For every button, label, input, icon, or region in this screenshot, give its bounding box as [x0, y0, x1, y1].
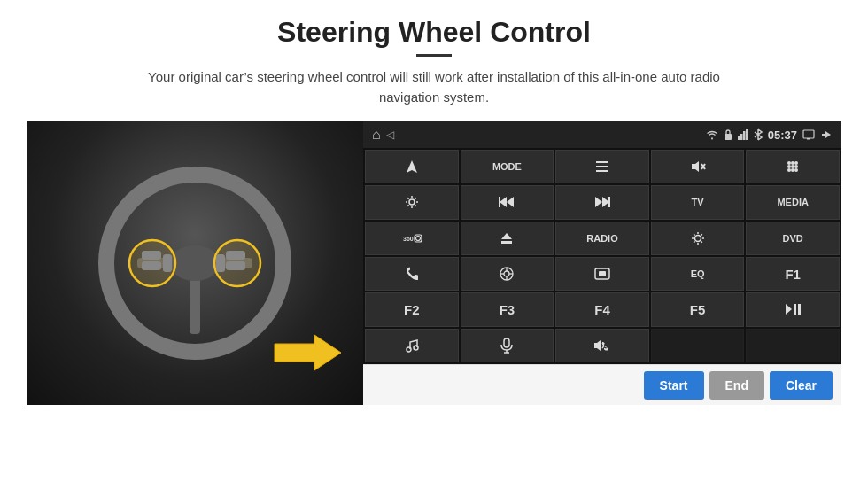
- svg-point-57: [504, 271, 509, 276]
- content-row: ⌂ ◁: [27, 121, 841, 405]
- svg-marker-39: [595, 197, 602, 207]
- title-divider: [416, 54, 452, 57]
- svg-point-29: [787, 165, 791, 168]
- btn-music[interactable]: [365, 329, 459, 362]
- svg-rect-9: [163, 254, 172, 272]
- btn-media[interactable]: MEDIA: [746, 185, 840, 219]
- btn-f2[interactable]: F2: [365, 292, 459, 326]
- clear-button[interactable]: Clear: [770, 371, 833, 400]
- action-bar: Start End Clear: [363, 364, 841, 405]
- btn-360cam[interactable]: 360: [365, 222, 459, 255]
- btn-tv[interactable]: TV: [651, 185, 745, 219]
- svg-line-54: [701, 234, 701, 235]
- page-container: Steering Wheel Control Your original car…: [0, 0, 868, 482]
- btn-prev[interactable]: [461, 185, 554, 219]
- btn-eq[interactable]: EQ: [651, 257, 745, 291]
- svg-point-28: [794, 161, 798, 165]
- svg-point-31: [794, 165, 798, 168]
- btn-radio[interactable]: RADIO: [555, 222, 649, 255]
- car-image-panel: [27, 121, 363, 405]
- btn-playpause[interactable]: [746, 292, 840, 326]
- btn-mode[interactable]: MODE: [461, 150, 554, 183]
- svg-rect-10: [226, 251, 245, 260]
- svg-rect-66: [798, 304, 801, 315]
- svg-rect-12: [216, 254, 225, 272]
- svg-rect-21: [596, 161, 608, 163]
- btn-brightness[interactable]: [651, 222, 745, 255]
- svg-rect-69: [504, 338, 509, 347]
- svg-point-13: [711, 138, 713, 140]
- svg-rect-19: [803, 130, 814, 138]
- home-icon[interactable]: ⌂: [372, 127, 381, 143]
- svg-point-33: [791, 168, 794, 172]
- btn-navigation[interactable]: [365, 150, 459, 183]
- svg-point-68: [414, 346, 418, 350]
- radio-display: ⌂ ◁: [363, 121, 841, 405]
- wifi-icon: [706, 129, 718, 140]
- btn-mic[interactable]: [461, 329, 554, 362]
- btn-empty-2: [746, 329, 840, 362]
- btn-handsfree[interactable]: [555, 329, 649, 362]
- screen-icon: [802, 129, 815, 140]
- svg-point-27: [791, 161, 794, 165]
- svg-line-52: [694, 234, 694, 235]
- svg-rect-63: [599, 271, 606, 276]
- svg-rect-38: [499, 197, 500, 207]
- statusbar-left: ⌂ ◁: [372, 127, 394, 143]
- start-button[interactable]: Start: [644, 371, 704, 400]
- btn-f5[interactable]: F5: [651, 292, 745, 326]
- svg-point-26: [787, 161, 791, 165]
- svg-rect-7: [142, 251, 161, 260]
- svg-rect-14: [725, 134, 732, 140]
- svg-line-55: [694, 241, 694, 242]
- svg-rect-46: [501, 241, 512, 244]
- btn-mute[interactable]: [651, 150, 745, 183]
- btn-f3[interactable]: F3: [461, 292, 554, 326]
- signal-icon: [738, 129, 748, 140]
- btn-dvd[interactable]: DVD: [746, 222, 840, 255]
- btn-f1[interactable]: F1: [746, 257, 840, 291]
- svg-marker-37: [500, 197, 507, 207]
- btn-empty-1: [651, 329, 745, 362]
- bluetooth-icon: [754, 128, 763, 141]
- back-icon: [820, 129, 833, 140]
- svg-marker-36: [507, 197, 514, 207]
- svg-point-47: [694, 235, 701, 241]
- svg-rect-16: [740, 134, 743, 140]
- svg-rect-8: [142, 261, 161, 270]
- svg-rect-22: [596, 166, 608, 167]
- svg-rect-18: [746, 129, 748, 140]
- svg-rect-17: [743, 131, 746, 140]
- svg-point-34: [794, 168, 798, 172]
- svg-rect-20: [807, 138, 810, 140]
- btn-eject[interactable]: [461, 222, 554, 255]
- btn-menu[interactable]: [555, 150, 649, 183]
- svg-rect-15: [738, 136, 740, 140]
- end-button[interactable]: End: [709, 371, 764, 400]
- subtitle: Your original car’s steering wheel contr…: [124, 67, 744, 107]
- btn-next[interactable]: [555, 185, 649, 219]
- btn-navi[interactable]: [461, 257, 554, 291]
- svg-rect-23: [596, 170, 608, 172]
- svg-point-4: [170, 245, 220, 281]
- svg-point-67: [407, 347, 411, 352]
- svg-point-35: [409, 199, 415, 205]
- svg-text:360: 360: [403, 236, 414, 242]
- btn-settings[interactable]: [365, 185, 459, 219]
- btn-phone[interactable]: [365, 257, 459, 291]
- svg-marker-45: [501, 233, 512, 239]
- radio-grid: MODE: [363, 148, 841, 364]
- svg-point-32: [787, 168, 791, 172]
- btn-apps[interactable]: [746, 150, 840, 183]
- svg-point-44: [415, 236, 420, 240]
- statusbar-right: 05:37: [706, 128, 833, 142]
- lock-icon: [724, 129, 732, 140]
- svg-rect-65: [794, 304, 796, 315]
- svg-rect-3: [190, 272, 200, 334]
- svg-marker-40: [602, 197, 609, 207]
- steering-wheel-bg: [27, 121, 363, 405]
- svg-line-53: [701, 241, 701, 242]
- btn-screen-rect[interactable]: [555, 257, 649, 291]
- btn-f4[interactable]: F4: [555, 292, 649, 326]
- svg-rect-41: [608, 197, 610, 207]
